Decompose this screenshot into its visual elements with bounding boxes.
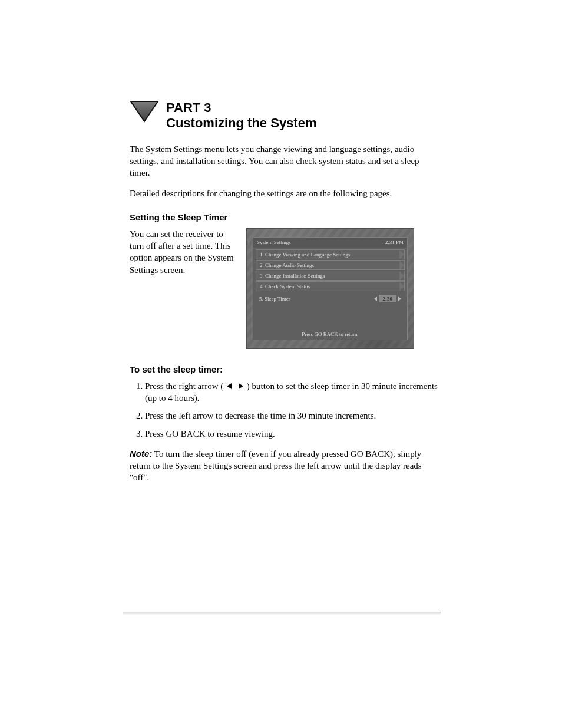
arrow-right-icon[interactable] <box>398 297 401 301</box>
svg-marker-1 <box>227 383 232 389</box>
menu-item-viewing-language[interactable]: 1. Change Viewing and Language Settings <box>256 249 405 259</box>
menu-sleep-value: 2:30 <box>379 295 397 302</box>
triangle-down-icon <box>130 100 159 123</box>
sleep-timer-heading: Setting the Sleep Timer <box>130 212 438 222</box>
sleep-timer-row: You can set the receiver to turn off aft… <box>130 228 438 349</box>
intro-text: The System Settings menu lets you change… <box>130 143 438 199</box>
svg-marker-2 <box>239 383 243 389</box>
svg-marker-0 <box>131 101 158 121</box>
menu-item-installation[interactable]: 3. Change Installation Settings <box>256 271 405 281</box>
menu-sleep-label: 5. Sleep Timer <box>259 296 290 302</box>
steps-list: Press the right arrow ( ) button to set … <box>130 380 438 440</box>
menu-item-system-status[interactable]: 4. Check System Status <box>256 281 405 291</box>
section-header: PART 3 Customizing the System <box>130 100 438 131</box>
menu-footer-hint: Press GO BACK to return. <box>253 331 407 337</box>
steps-heading: To set the sleep timer: <box>130 364 438 374</box>
intro-para-2: Detailed descriptions for changing the s… <box>130 187 438 199</box>
arrow-left-icon[interactable] <box>374 297 377 301</box>
step-1: Press the right arrow ( ) button to set … <box>145 380 438 404</box>
note-block: Note: To turn the sleep timer off (even … <box>130 448 438 484</box>
menu-title: System Settings <box>257 239 291 245</box>
tv-menu-panel: System Settings 2:31 PM 1. Change Viewin… <box>246 228 414 349</box>
step-2: Press the left arrow to decrease the tim… <box>145 410 438 421</box>
note-label: Note: <box>130 449 152 459</box>
section-part-label: PART 3 <box>166 100 316 116</box>
remote-arrows-icon <box>226 381 247 391</box>
menu-item-audio[interactable]: 2. Change Audio Settings <box>256 260 405 270</box>
menu-item-sleep-timer[interactable]: 5. Sleep Timer 2:30 <box>256 294 405 304</box>
step-3: Press GO BACK to resume viewing. <box>145 428 438 440</box>
intro-para-1: The System Settings menu lets you change… <box>130 143 438 179</box>
section-title: Customizing the System <box>166 116 316 131</box>
sleep-timer-blurb: You can set the receiver to turn off aft… <box>130 228 236 276</box>
page-divider <box>123 612 441 615</box>
menu-list: 1. Change Viewing and Language Settings … <box>253 248 407 304</box>
note-text: To turn the sleep timer off (even if you… <box>130 449 422 483</box>
manual-page: PART 3 Customizing the System The System… <box>0 0 562 728</box>
menu-clock: 2:31 PM <box>385 239 404 245</box>
system-settings-screenshot: System Settings 2:31 PM 1. Change Viewin… <box>246 228 414 349</box>
step-1-text-a: Press the right arrow ( <box>145 381 223 391</box>
